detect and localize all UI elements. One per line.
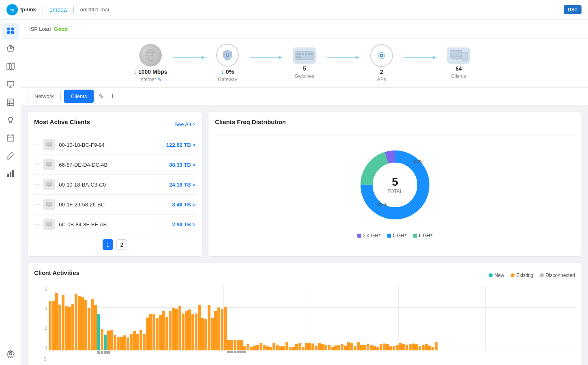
- isp-label: ISP Load: [29, 26, 51, 32]
- bar-20: [114, 335, 116, 350]
- topo-switches: 5 Switches: [282, 47, 327, 79]
- svg-rect-37: [302, 53, 304, 55]
- content-area: ISP Load Good ↓ 1000 Mbps: [21, 19, 588, 365]
- connector-arrow-1: ▶: [202, 54, 205, 60]
- tab-network[interactable]: Network: [28, 90, 61, 103]
- svg-point-26: [9, 352, 12, 355]
- client-mac-2: 66-87-DE-D4-DC-4B: [59, 162, 165, 168]
- aps-router-icon: [375, 49, 388, 62]
- sidebar-item-bulb[interactable]: [2, 112, 19, 128]
- bar-41: [182, 313, 185, 350]
- topology-bar: ↓ 1000 Mbps Internet ✎ ▶: [21, 39, 588, 88]
- legend-disconnected-dot: [540, 273, 544, 277]
- client-traffic-4[interactable]: 8.46 TB >: [172, 202, 195, 208]
- client-traffic-5[interactable]: 2.94 TB >: [172, 221, 195, 228]
- bar-71: [279, 346, 282, 350]
- bar-34: [159, 315, 162, 350]
- client-dots-5[interactable]: ···: [34, 221, 39, 228]
- client-dots-4[interactable]: ···: [34, 201, 39, 208]
- sidebar-item-settings[interactable]: [2, 346, 19, 362]
- sidebar-item-table[interactable]: [2, 94, 19, 110]
- bar-97: [363, 345, 366, 350]
- tab-add-icon[interactable]: +: [109, 90, 116, 102]
- bar-70: [276, 345, 279, 350]
- legend-2-4ghz: 2.4 GHz: [357, 233, 381, 238]
- legend-disconnected: Disconnected: [540, 273, 575, 278]
- svg-rect-62: [48, 206, 50, 207]
- bar-84: [321, 344, 324, 350]
- bar-9: [78, 296, 81, 350]
- bar-105: [389, 346, 392, 350]
- sidebar-item-calendar[interactable]: [2, 130, 19, 146]
- bar-8: [75, 294, 77, 350]
- logo-tp-link: tp tp-link: [6, 4, 36, 15]
- neg-bar-18: [107, 351, 110, 354]
- bar-16: [101, 329, 103, 350]
- bar-72: [282, 346, 285, 350]
- omada-brand: omada: [49, 6, 67, 13]
- bar-116: [425, 344, 428, 350]
- donut-chart: 5 TOTAL 20% 80%: [354, 144, 436, 225]
- sidebar-item-monitor[interactable]: [2, 76, 19, 92]
- isp-bar: ISP Load Good: [21, 19, 588, 39]
- bar-chart-container: 6 4 2 0: [34, 286, 575, 365]
- y-label-0: 0: [34, 345, 47, 350]
- bar-15: [97, 314, 100, 350]
- aps-icon-container: [370, 44, 393, 67]
- tab-clients[interactable]: Clients: [64, 90, 94, 103]
- client-dots-2[interactable]: ···: [34, 161, 39, 168]
- clients-text: Clients: [451, 73, 466, 79]
- svg-rect-3: [11, 28, 14, 30]
- sidebar-item-barchart[interactable]: [2, 165, 19, 182]
- bar-95: [357, 342, 360, 350]
- svg-text:tp: tp: [11, 8, 14, 12]
- svg-rect-25: [12, 170, 14, 177]
- client-traffic-3[interactable]: 24.18 TB >: [169, 182, 195, 188]
- bar-103: [383, 344, 386, 350]
- legend-dot-6ghz: [413, 234, 417, 238]
- gateway-text: Gateway: [218, 77, 237, 82]
- page-2-btn[interactable]: 2: [116, 239, 127, 250]
- sidebar-item-map[interactable]: [2, 58, 19, 75]
- activities-title: Client Activities: [34, 269, 79, 276]
- bar-5: [65, 306, 68, 350]
- sidebar-item-statistics[interactable]: [2, 41, 19, 57]
- tab-edit-icon[interactable]: ✎: [97, 91, 105, 102]
- sidebar-item-dashboard[interactable]: [2, 23, 19, 39]
- see-all-link[interactable]: See All >: [174, 121, 195, 127]
- connector-arrow-2: ▶: [279, 54, 282, 60]
- bar-93: [350, 343, 353, 350]
- svg-point-17: [9, 117, 13, 121]
- bar-47: [201, 318, 204, 350]
- client-traffic-2[interactable]: 88.33 TB >: [169, 162, 195, 168]
- page-1-btn[interactable]: 1: [103, 239, 113, 250]
- bar-24: [127, 337, 129, 350]
- svg-rect-46: [451, 50, 462, 58]
- client-dots-3[interactable]: ···: [34, 181, 39, 188]
- svg-rect-19: [7, 135, 14, 141]
- bar-chart-negative: 2: [34, 351, 575, 365]
- tp-link-logo-icon: tp: [6, 4, 18, 15]
- svg-rect-38: [305, 53, 307, 55]
- client-dots-1[interactable]: ···: [34, 141, 39, 148]
- bar-110: [406, 345, 408, 350]
- bar-113: [415, 344, 418, 350]
- map-icon: [6, 62, 15, 71]
- bar-77: [298, 343, 301, 350]
- bar-69: [273, 343, 275, 350]
- donut-center: 5 TOTAL: [387, 176, 403, 194]
- bar-100: [373, 346, 376, 350]
- switches-device-icon: [295, 48, 314, 63]
- bar-109: [402, 344, 405, 350]
- device-icon-1: [46, 142, 52, 148]
- bar-107: [396, 345, 399, 350]
- bar-45: [195, 313, 197, 350]
- bar-33: [156, 318, 159, 350]
- internet-edit-icon[interactable]: ✎: [157, 77, 161, 82]
- sidebar-item-wrench[interactable]: [2, 148, 19, 164]
- neg-bar-15: [97, 351, 100, 354]
- bar-88: [334, 346, 337, 350]
- client-device-icon-2: [43, 159, 55, 170]
- client-traffic-1[interactable]: 122.62 TB >: [166, 142, 195, 148]
- bar-83: [318, 343, 321, 350]
